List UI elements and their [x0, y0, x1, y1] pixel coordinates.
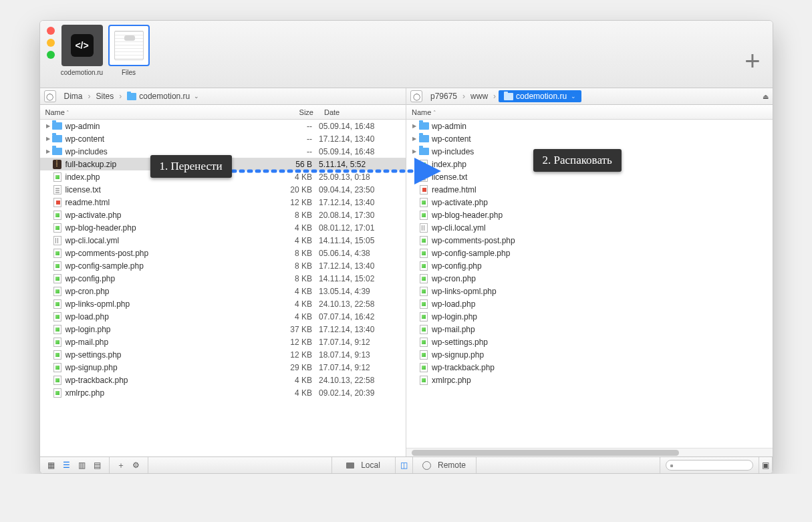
- file-row[interactable]: wp-mail.php12 KB17.07.14, 9:12: [40, 336, 406, 348]
- file-icon: [52, 134, 63, 144]
- crumb[interactable]: Dima: [61, 90, 86, 102]
- file-row[interactable]: wp-trackback.php: [406, 361, 773, 374]
- zoom-button[interactable]: [47, 51, 55, 59]
- file-row[interactable]: wp-load.php4 KB07.07.14, 16:42: [40, 310, 406, 323]
- col-name[interactable]: Name: [40, 108, 269, 116]
- file-row[interactable]: license.txt20 KB09.04.14, 23:50: [40, 183, 406, 196]
- file-row[interactable]: xmlrpc.php4 KB09.02.14, 20:39: [40, 386, 406, 399]
- file-row[interactable]: ▶wp-includes: [406, 145, 773, 158]
- php-icon: [420, 211, 428, 220]
- view-list[interactable]: ☰: [61, 461, 73, 471]
- file-row[interactable]: wp-activate.php: [406, 196, 773, 209]
- file-list-right[interactable]: ▶wp-admin▶wp-content▶wp-includesindex.ph…: [406, 120, 773, 448]
- file-date: 24.10.13, 22:58: [319, 376, 406, 385]
- file-row[interactable]: wp-blog-header.php: [406, 209, 773, 221]
- nav-back-button[interactable]: ◯: [410, 90, 422, 102]
- crumb-active[interactable]: codemotion.ru⌄: [499, 90, 581, 102]
- disclosure-triangle[interactable]: ▶: [410, 148, 418, 154]
- file-row[interactable]: wp-cron.php4 KB13.05.14, 4:39: [40, 285, 406, 297]
- file-row[interactable]: wp-signup.php: [406, 348, 773, 361]
- file-row[interactable]: wp-links-opml.php: [406, 285, 773, 297]
- crumb-active[interactable]: codemotion.ru⌄: [124, 90, 202, 102]
- location-remote[interactable]: Remote: [413, 457, 477, 473]
- file-row[interactable]: wp-config-sample.php8 KB17.12.14, 13:40: [40, 259, 406, 272]
- view-cover[interactable]: ▤: [92, 461, 104, 471]
- file-row[interactable]: ▶wp-admin: [406, 120, 773, 132]
- tab-server[interactable]: </> codemotion.ru: [61, 25, 103, 76]
- file-icon: [418, 147, 429, 156]
- file-row[interactable]: ▶wp-admin--05.09.14, 16:48: [40, 120, 406, 132]
- file-row[interactable]: wp-trackback.php4 KB24.10.13, 22:58: [40, 374, 406, 386]
- file-row[interactable]: wp-settings.php: [406, 336, 773, 348]
- location-local[interactable]: Local: [332, 457, 396, 473]
- nav-back-button[interactable]: ◯: [44, 90, 56, 102]
- file-row[interactable]: wp-cli.local.yml4 KB14.11.14, 15:05: [40, 234, 406, 247]
- file-row[interactable]: wp-cron.php: [406, 272, 773, 285]
- file-row[interactable]: ▶wp-includes--05.09.14, 16:48: [40, 145, 406, 158]
- file-icon: [52, 350, 63, 360]
- file-row[interactable]: index.php4 KB25.09.13, 0:18: [40, 170, 406, 183]
- crumb[interactable]: www: [468, 90, 491, 102]
- tab-files[interactable]: Files: [108, 25, 150, 76]
- php-icon: [420, 160, 428, 169]
- file-row[interactable]: wp-signup.php29 KB17.07.14, 9:12: [40, 361, 406, 374]
- php-icon: [420, 299, 428, 309]
- file-row[interactable]: wp-login.php: [406, 310, 773, 323]
- inspector-toggle[interactable]: ▣: [759, 457, 773, 473]
- file-row[interactable]: wp-mail.php: [406, 323, 773, 336]
- file-list-left[interactable]: ▶wp-admin--05.09.14, 16:48▶wp-content--1…: [40, 120, 406, 456]
- h-scrollbar[interactable]: [406, 448, 773, 456]
- file-date: 09.04.14, 23:50: [319, 185, 406, 194]
- file-icon: [418, 350, 429, 360]
- file-row[interactable]: wp-comments-post.php: [406, 234, 773, 247]
- add-button[interactable]: ＋: [115, 461, 127, 471]
- dual-pane-toggle[interactable]: ◫: [396, 457, 413, 473]
- view-columns[interactable]: ▥: [76, 461, 88, 471]
- file-row[interactable]: wp-login.php37 KB17.12.14, 13:40: [40, 323, 406, 336]
- crumb[interactable]: p79675: [428, 90, 460, 102]
- file-row[interactable]: readme.html12 KB17.12.14, 13:40: [40, 196, 406, 209]
- close-button[interactable]: [47, 27, 55, 35]
- file-row[interactable]: wp-comments-post.php8 KB05.06.14, 4:38: [40, 247, 406, 259]
- file-date: 07.07.14, 16:42: [319, 312, 406, 321]
- file-row[interactable]: wp-settings.php12 KB18.07.14, 9:13: [40, 348, 406, 361]
- file-row[interactable]: wp-config.php8 KB14.11.14, 15:02: [40, 272, 406, 285]
- file-icon: [52, 185, 63, 194]
- add-tab-button[interactable]: +: [745, 46, 760, 76]
- breadcrumb-bar-left: ◯ Dima › Sites › codemotion.ru⌄: [40, 88, 406, 105]
- file-row[interactable]: readme.html: [406, 183, 773, 196]
- view-icons[interactable]: ▦: [45, 461, 57, 471]
- file-row[interactable]: ▶wp-content--17.12.14, 13:40: [40, 132, 406, 145]
- file-icon: [52, 211, 63, 220]
- file-row[interactable]: wp-activate.php8 KB20.08.14, 17:30: [40, 209, 406, 221]
- col-name[interactable]: Name: [406, 108, 773, 116]
- file-row[interactable]: index.php: [406, 158, 773, 170]
- file-size: 4 KB: [269, 376, 319, 385]
- file-row[interactable]: wp-config.php: [406, 259, 773, 272]
- file-icon: [52, 223, 63, 233]
- minimize-button[interactable]: [47, 39, 55, 47]
- gear-icon[interactable]: ⚙︎: [130, 461, 142, 471]
- disclosure-triangle[interactable]: ▶: [44, 123, 52, 129]
- disclosure-triangle[interactable]: ▶: [410, 136, 418, 142]
- file-row[interactable]: ▶wp-content: [406, 132, 773, 145]
- col-size[interactable]: Size: [269, 108, 319, 116]
- file-row[interactable]: xmlrpc.php: [406, 374, 773, 386]
- file-row[interactable]: full-backup.zip56 B5.11.14, 5:52: [40, 158, 406, 170]
- search-input[interactable]: [666, 460, 753, 471]
- file-icon: [52, 287, 63, 296]
- file-size: --: [269, 134, 319, 144]
- file-size: 4 KB: [269, 312, 319, 321]
- disclosure-triangle[interactable]: ▶: [410, 123, 418, 129]
- file-row[interactable]: wp-config-sample.php: [406, 247, 773, 259]
- file-row[interactable]: wp-load.php: [406, 297, 773, 310]
- file-row[interactable]: wp-blog-header.php4 KB08.01.12, 17:01: [40, 221, 406, 234]
- file-row[interactable]: wp-cli.local.yml: [406, 221, 773, 234]
- disclosure-triangle[interactable]: ▶: [44, 136, 52, 142]
- eject-icon[interactable]: ⏏: [763, 93, 769, 100]
- crumb[interactable]: Sites: [94, 90, 117, 102]
- disclosure-triangle[interactable]: ▶: [44, 148, 52, 154]
- file-row[interactable]: wp-links-opml.php4 KB24.10.13, 22:58: [40, 297, 406, 310]
- col-date[interactable]: Date: [319, 108, 406, 116]
- file-row[interactable]: license.txt: [406, 170, 773, 183]
